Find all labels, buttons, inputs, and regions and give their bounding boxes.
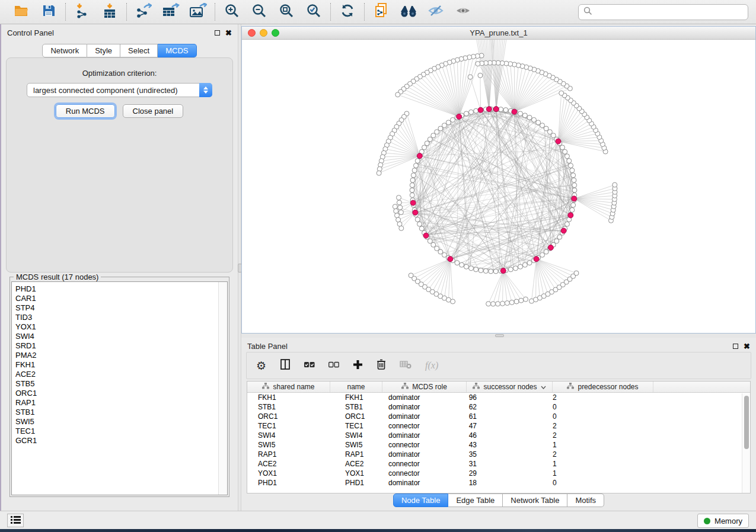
- mcds-result-item[interactable]: GCR1: [12, 436, 218, 446]
- table-row[interactable]: YOX1YOX1connector291: [247, 469, 750, 478]
- mcds-result-item[interactable]: SWI4: [12, 332, 218, 341]
- network-canvas[interactable]: [242, 40, 755, 333]
- mcds-result-list[interactable]: PHD1CAR1STP4TID3YOX1SWI4SRD1PMA2FKH1ACE2…: [11, 281, 228, 495]
- import-network-button[interactable]: [72, 2, 92, 21]
- run-mcds-button[interactable]: Run MCDS: [56, 104, 115, 118]
- table-row[interactable]: TEC1TEC1connector472: [247, 421, 750, 431]
- mcds-result-item[interactable]: SWI5: [12, 417, 218, 427]
- mcds-result-item[interactable]: YOX1: [12, 322, 218, 332]
- close-panel-icon[interactable]: ✖: [744, 344, 750, 349]
- export-image-button[interactable]: [188, 2, 208, 21]
- select-all-button[interactable]: [304, 360, 315, 371]
- zoom-out-button[interactable]: [249, 2, 269, 21]
- horizontal-split-divider[interactable]: [241, 334, 756, 338]
- mcds-result-item[interactable]: PMA2: [12, 351, 218, 360]
- table-row[interactable]: PHD1PHD1dominator180: [247, 478, 750, 488]
- apply-layout-button[interactable]: [337, 2, 358, 21]
- table-cell: TEC1: [247, 422, 330, 430]
- mcds-result-item[interactable]: CAR1: [12, 294, 218, 303]
- window-close-button[interactable]: [248, 29, 256, 37]
- export-image-icon: [189, 3, 207, 21]
- table-settings-button[interactable]: ⚙: [256, 360, 266, 371]
- show-column-button[interactable]: [280, 359, 291, 372]
- memory-button[interactable]: Memory: [697, 514, 749, 528]
- float-panel-icon[interactable]: [215, 30, 220, 36]
- clone-document-icon: [374, 2, 389, 21]
- column-header-successor-nodes[interactable]: successor nodes: [467, 382, 553, 392]
- tab-edge-table[interactable]: Edge Table: [448, 493, 503, 507]
- network-titlebar[interactable]: YPA_prune.txt_1: [242, 27, 755, 40]
- mcds-result-item[interactable]: STP4: [12, 303, 218, 313]
- table-cell: 2: [553, 393, 653, 402]
- column-header-mcds-role[interactable]: MCDS role: [382, 382, 467, 392]
- zoom-in-button[interactable]: [222, 2, 242, 21]
- float-panel-icon[interactable]: [733, 344, 738, 349]
- open-session-button[interactable]: [11, 2, 31, 21]
- table-scrollbar[interactable]: [742, 393, 750, 493]
- zoom-fit-button[interactable]: [276, 2, 296, 21]
- zoom-selected-button[interactable]: [304, 2, 324, 21]
- hide-selected-button[interactable]: [426, 2, 446, 21]
- first-neighbors-button[interactable]: [398, 2, 419, 21]
- unselect-all-button[interactable]: [328, 360, 339, 371]
- mcds-result-item[interactable]: TID3: [12, 313, 218, 322]
- table-header-row: shared namenameMCDS rolesuccessor nodesp…: [247, 382, 750, 393]
- table-row[interactable]: ORC1ORC1dominator610: [247, 412, 750, 421]
- mcds-result-item[interactable]: PHD1: [12, 284, 218, 294]
- tab-network[interactable]: Network: [42, 44, 87, 57]
- task-history-button[interactable]: [7, 514, 24, 527]
- tab-mcds[interactable]: MCDS: [158, 44, 196, 57]
- clone-network-button[interactable]: [371, 2, 391, 21]
- column-header-predecessor-nodes[interactable]: predecessor nodes: [553, 382, 653, 392]
- table-row[interactable]: FKH1FKH1dominator962: [247, 393, 750, 402]
- zoom-in-icon: [224, 3, 240, 21]
- function-builder-button[interactable]: f(x): [425, 360, 438, 371]
- mcds-result-item[interactable]: STB5: [12, 379, 218, 389]
- export-network-button[interactable]: [133, 2, 154, 21]
- mcds-result-item[interactable]: TEC1: [12, 427, 218, 436]
- scrollbar-thumb[interactable]: [744, 396, 749, 449]
- show-all-button[interactable]: [453, 2, 473, 21]
- column-header-shared-name[interactable]: shared name: [247, 382, 330, 392]
- add-row-button[interactable]: [353, 360, 363, 372]
- mcds-result-item[interactable]: ACE2: [12, 370, 218, 379]
- search-input[interactable]: [596, 7, 743, 17]
- table-row[interactable]: ACE2ACE2connector311: [247, 459, 750, 469]
- table-row[interactable]: SWI4SWI4dominator462: [247, 431, 750, 440]
- table-cell: STB1: [247, 403, 330, 411]
- export-table-button[interactable]: [161, 2, 181, 21]
- search-box[interactable]: [578, 4, 748, 20]
- close-panel-button[interactable]: Close panel: [123, 104, 184, 118]
- table-cell: FKH1: [247, 393, 330, 402]
- table-cell: dominator: [382, 431, 467, 440]
- import-table-button[interactable]: [100, 2, 120, 21]
- mcds-result-groupbox: MCDS result (17 nodes) PHD1CAR1STP4TID3Y…: [9, 277, 229, 497]
- window-minimize-button[interactable]: [260, 29, 267, 37]
- mcds-list-scrollbar[interactable]: [218, 282, 227, 495]
- mcds-result-item[interactable]: RAP1: [12, 398, 218, 408]
- window-maximize-button[interactable]: [272, 29, 279, 37]
- table-row[interactable]: SWI5SWI5connector431: [247, 440, 750, 450]
- close-panel-icon[interactable]: ✖: [225, 30, 232, 36]
- split-grip[interactable]: [495, 334, 504, 337]
- mcds-result-item[interactable]: FKH1: [12, 360, 218, 370]
- tab-style[interactable]: Style: [87, 44, 120, 57]
- network-title: YPA_prune.txt_1: [470, 28, 527, 37]
- tab-network-table[interactable]: Network Table: [503, 493, 567, 507]
- node-table[interactable]: shared namenameMCDS rolesuccessor nodesp…: [247, 381, 751, 493]
- column-header-name[interactable]: name: [330, 382, 382, 392]
- tab-motifs[interactable]: Motifs: [567, 493, 604, 507]
- tab-node-table[interactable]: Node Table: [393, 493, 449, 507]
- table-row[interactable]: STB1STB1dominator620: [247, 402, 750, 412]
- mcds-result-item[interactable]: STB1: [12, 408, 218, 417]
- table-row[interactable]: RAP1RAP1dominator352: [247, 450, 750, 459]
- save-session-button[interactable]: [39, 2, 59, 21]
- gear-icon: ⚙: [256, 360, 266, 371]
- mcds-result-item[interactable]: ORC1: [12, 389, 218, 398]
- delete-table-button[interactable]: [400, 360, 412, 371]
- table-cell: dominator: [382, 450, 467, 459]
- tab-select[interactable]: Select: [120, 44, 158, 57]
- mcds-result-item[interactable]: SRD1: [12, 341, 218, 351]
- delete-row-button[interactable]: [377, 359, 386, 372]
- optimization-criterion-select[interactable]: largest connected component (undirected): [27, 83, 212, 97]
